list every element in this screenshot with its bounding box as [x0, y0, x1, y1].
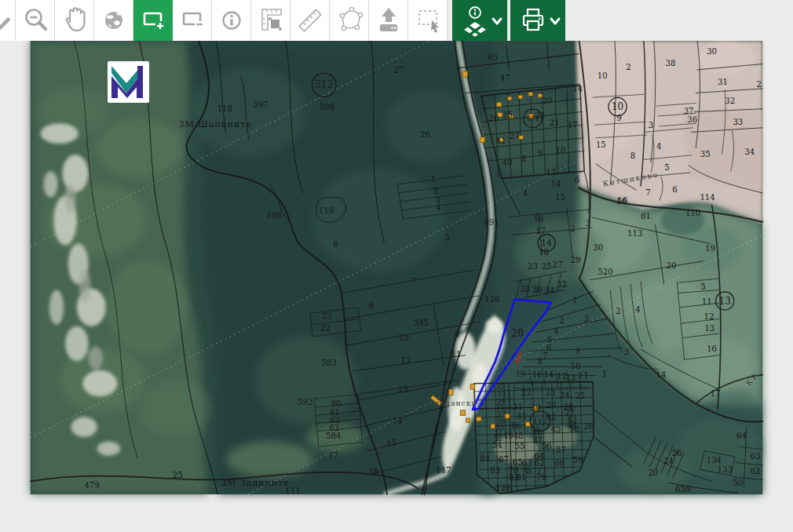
- map-label: 1: [431, 175, 436, 184]
- svg-text:545: 545: [414, 319, 429, 327]
- svg-text:58: 58: [569, 425, 579, 433]
- svg-text:5: 5: [444, 233, 449, 242]
- map-label: 84: [480, 454, 490, 462]
- map-label: 11: [579, 371, 589, 380]
- toolbar-button-identify[interactable]: [212, 0, 251, 41]
- svg-text:84: 84: [480, 454, 490, 462]
- svg-text:65: 65: [488, 53, 498, 62]
- svg-text:40: 40: [502, 159, 513, 167]
- map-label: 20: [666, 261, 676, 270]
- map-label: 6: [575, 176, 579, 184]
- svg-text:60: 60: [331, 399, 342, 408]
- map-label: 583: [321, 359, 336, 367]
- map-label: 55: [515, 443, 525, 451]
- map-label: 22: [521, 388, 532, 397]
- svg-text:9: 9: [454, 330, 459, 339]
- map-label: 81: [516, 473, 526, 482]
- svg-text:30: 30: [707, 47, 717, 56]
- svg-text:25: 25: [575, 392, 585, 400]
- map-label: 116: [484, 295, 499, 304]
- svg-text:2: 2: [559, 316, 564, 325]
- app-logo: [108, 61, 149, 103]
- map-label: 592: [298, 398, 312, 406]
- map-label: 134: [707, 456, 722, 465]
- map-label: 10: [399, 333, 409, 342]
- map-label: 584: [326, 432, 341, 440]
- map-label: 133: [718, 465, 733, 474]
- map-label: 114: [700, 193, 714, 202]
- svg-text:38: 38: [520, 285, 530, 293]
- svg-text:31: 31: [513, 403, 523, 411]
- svg-text:16: 16: [618, 197, 628, 206]
- svg-text:34: 34: [544, 286, 554, 295]
- svg-text:25: 25: [173, 471, 183, 479]
- map-label: 23: [528, 262, 538, 271]
- svg-text:1: 1: [431, 175, 436, 184]
- svg-text:67: 67: [499, 455, 509, 464]
- svg-text:29: 29: [571, 256, 581, 264]
- toolbar-button-zoom-in[interactable]: [0, 0, 16, 41]
- svg-text:22: 22: [320, 324, 331, 333]
- svg-text:6: 6: [333, 240, 338, 249]
- svg-text:598: 598: [320, 103, 334, 111]
- toolbar-button-zoom-out[interactable]: [16, 0, 55, 41]
- map-label: 86: [511, 421, 521, 430]
- svg-text:656: 656: [675, 485, 690, 494]
- toolbar-button-select-by-rectangle[interactable]: [408, 0, 448, 41]
- toolbar-button-print-menu[interactable]: [510, 0, 565, 41]
- toolbar-button-full-extent[interactable]: [94, 0, 133, 41]
- svg-text:108: 108: [266, 211, 281, 220]
- svg-text:27: 27: [553, 261, 563, 269]
- toolbar-button-measure-distance[interactable]: [291, 0, 330, 41]
- map-label: 2: [616, 307, 620, 315]
- map-label: 8: [538, 357, 543, 366]
- map-label: 10: [597, 71, 608, 80]
- toolbar-button-zoom-out-by-rectangle[interactable]: [173, 0, 212, 41]
- map-label: 23: [545, 388, 555, 397]
- svg-text:83: 83: [490, 466, 500, 475]
- map-label: 4: [554, 326, 558, 335]
- svg-text:41: 41: [517, 412, 527, 421]
- toolbar-button-measure-scale[interactable]: [251, 0, 291, 41]
- map-label: 67: [499, 455, 509, 464]
- map-label: 14: [551, 180, 561, 188]
- svg-text:117: 117: [436, 466, 451, 475]
- toolbar-button-measure-area[interactable]: [330, 0, 369, 41]
- map-label: 26: [420, 130, 430, 139]
- map-container[interactable]: 275125971185983М Шапините261081196578232…: [0, 41, 793, 532]
- toolbar-button-zoom-by-rectangle[interactable]: [133, 0, 173, 41]
- svg-text:24: 24: [663, 457, 674, 465]
- map-label: 56: [542, 443, 552, 451]
- svg-text:7: 7: [411, 277, 416, 286]
- map-label: 25: [542, 262, 552, 271]
- svg-text:116: 116: [484, 295, 499, 304]
- svg-text:583: 583: [321, 359, 336, 367]
- svg-text:8: 8: [538, 357, 543, 366]
- svg-text:27: 27: [510, 132, 520, 140]
- map-label: 16: [707, 344, 717, 353]
- svg-text:11: 11: [579, 371, 589, 380]
- map-label: 20: [648, 468, 658, 477]
- map-label: 6: [672, 185, 677, 194]
- upload-icon: [370, 0, 407, 41]
- svg-text:30: 30: [531, 403, 541, 412]
- map-label: 9: [616, 114, 621, 122]
- map-label: 3: [623, 348, 628, 356]
- svg-text:25: 25: [542, 262, 552, 271]
- svg-text:45: 45: [551, 425, 561, 434]
- toolbar-button-layers-menu[interactable]: [452, 0, 507, 41]
- polygon-icon: [331, 0, 368, 41]
- map-canvas[interactable]: 275125971185983М Шапините261081196578232…: [0, 41, 793, 532]
- map-label: 20: [512, 328, 524, 339]
- map-label: 14: [656, 370, 667, 379]
- toolbar-button-pan[interactable]: [55, 0, 94, 41]
- map-label: 16: [534, 214, 544, 223]
- map-label: 62: [751, 467, 761, 476]
- map-label: 2: [559, 316, 564, 325]
- map-label: 32: [557, 280, 567, 289]
- map-label: 4: [635, 305, 640, 314]
- map-label: 7: [543, 352, 547, 360]
- svg-text:56: 56: [542, 443, 552, 451]
- toolbar-button-upload[interactable]: [369, 0, 408, 41]
- svg-text:110: 110: [685, 209, 700, 217]
